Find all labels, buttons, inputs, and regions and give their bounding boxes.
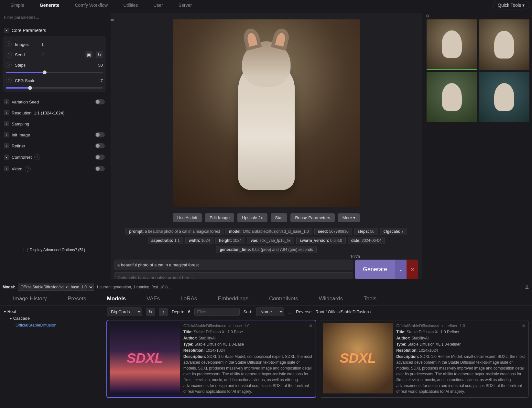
param-section-4[interactable]: ▸Refiner bbox=[3, 140, 106, 151]
meta-tag-seed[interactable]: seed: 567790830 bbox=[314, 228, 352, 235]
btab-tools[interactable]: Tools bbox=[353, 292, 387, 305]
upscale-button[interactable]: Upscale 2x bbox=[237, 213, 267, 222]
btab-embeddings[interactable]: Embeddings bbox=[207, 292, 259, 305]
preview-panel: ⇐ Use As Init Edit Image Upscale 2x Star… bbox=[111, 13, 422, 279]
parameters-sidebar: ▾ Core Parameters ? Images 1 ? Seed -1 ▣… bbox=[0, 10, 109, 282]
section-toggle[interactable] bbox=[95, 166, 105, 171]
nav-tab-comfy[interactable]: Comfy Workflow bbox=[67, 1, 116, 10]
section-toggle[interactable] bbox=[95, 99, 105, 104]
tree-root[interactable]: ▾ Root bbox=[4, 308, 100, 315]
more-button[interactable]: More ▾ bbox=[338, 213, 360, 222]
help-icon[interactable]: ? bbox=[25, 166, 31, 172]
cfg-value[interactable]: 7 bbox=[101, 78, 103, 83]
quick-tools-dropdown[interactable]: Quick Tools ▾ bbox=[493, 1, 529, 9]
nav-tab-server[interactable]: Server bbox=[171, 1, 200, 10]
images-value[interactable]: 1 bbox=[41, 42, 44, 47]
nav-tab-utilities[interactable]: Utilities bbox=[115, 1, 146, 10]
view-select[interactable]: Big Cards bbox=[107, 307, 142, 316]
btab-vaes[interactable]: VAEs bbox=[136, 292, 170, 305]
edit-image-button[interactable]: Edit Image bbox=[205, 213, 234, 222]
meta-tag-aspectratio[interactable]: aspectratio: 1:1 bbox=[148, 237, 183, 244]
param-section-2[interactable]: ▸Sampling bbox=[3, 118, 106, 129]
advanced-options-toggle[interactable]: Display Advanced Options? (51) bbox=[3, 246, 106, 254]
thumbnail-1[interactable] bbox=[479, 19, 529, 70]
section-toggle[interactable] bbox=[95, 155, 105, 160]
seed-value[interactable]: -1 bbox=[41, 52, 45, 57]
model-select[interactable]: OfficialStableDiffusion/sd_xl_base_1.0 bbox=[18, 284, 94, 291]
help-icon[interactable]: ? bbox=[6, 41, 12, 47]
param-section-1[interactable]: ▸Resolution: 1:1 (1024x1024) bbox=[3, 107, 106, 118]
param-section-6[interactable]: ▸Video? bbox=[3, 163, 106, 175]
generate-dropdown[interactable]: ⌄ bbox=[395, 260, 407, 279]
param-steps: ? Steps 50 bbox=[6, 60, 103, 73]
cancel-button[interactable]: ✕ bbox=[407, 260, 418, 279]
thumbnail-3[interactable] bbox=[479, 72, 529, 122]
use-as-init-button[interactable]: Use As Init bbox=[173, 213, 202, 222]
models-filter-input[interactable] bbox=[194, 308, 240, 316]
prompt-input[interactable]: a beautiful photo of a cat in a magical … bbox=[114, 260, 353, 270]
depth-value[interactable]: 6 bbox=[188, 309, 190, 314]
tree-official-sd[interactable]: OfficialStableDiffusion bbox=[4, 322, 100, 328]
refresh-button[interactable]: ↻ bbox=[146, 308, 155, 316]
param-section-0[interactable]: ▸Variation Seed bbox=[3, 96, 106, 107]
close-icon: ✕ bbox=[411, 267, 414, 272]
btab-controlnets[interactable]: ControlNets bbox=[259, 292, 309, 305]
btab-loras[interactable]: LoRAs bbox=[170, 292, 207, 305]
negative-prompt-input[interactable] bbox=[114, 272, 353, 279]
reverse-checkbox[interactable] bbox=[288, 310, 292, 314]
meta-tag-cfgscale[interactable]: cfgscale: 7 bbox=[380, 228, 407, 235]
steps-slider[interactable] bbox=[6, 72, 103, 73]
meta-tag-model[interactable]: model: OfficialStableDiffusion/sd_xl_bas… bbox=[225, 228, 312, 235]
card-menu-icon[interactable]: ≡ bbox=[522, 323, 525, 329]
cfg-slider[interactable] bbox=[6, 87, 103, 89]
help-icon[interactable]: ? bbox=[6, 52, 12, 58]
core-parameters-header[interactable]: ▾ Core Parameters bbox=[3, 26, 106, 35]
tree-cascade[interactable]: ▸ Cascade bbox=[4, 315, 100, 322]
sort-select[interactable]: Name bbox=[256, 307, 284, 316]
preview-image[interactable] bbox=[173, 19, 360, 207]
gear-icon[interactable]: ⚙ bbox=[426, 14, 430, 18]
seed-reuse-button[interactable]: ▣ bbox=[85, 51, 92, 58]
help-icon[interactable]: ? bbox=[6, 62, 12, 68]
seed-randomize-button[interactable]: ↻ bbox=[96, 51, 103, 58]
status-text: 1 current generation, 1 running, (est. 1… bbox=[96, 285, 171, 289]
meta-tag-swarm_version[interactable]: swarm_version: 0.6.4.0 bbox=[296, 237, 346, 244]
meta-tag-date[interactable]: date: 2024-06-04 bbox=[348, 237, 385, 244]
meta-tag-vae[interactable]: vae: sdxl_vae_fp16_fix bbox=[247, 237, 294, 244]
btab-image-history[interactable]: Image History bbox=[3, 292, 57, 305]
thumbnail-0[interactable] bbox=[427, 19, 477, 70]
card-menu-icon[interactable]: ≡ bbox=[309, 323, 312, 329]
btab-models[interactable]: Models bbox=[97, 292, 136, 305]
help-icon[interactable]: ? bbox=[6, 78, 12, 83]
meta-tag-steps[interactable]: steps: 50 bbox=[354, 228, 378, 235]
meta-tag-width[interactable]: width: 1024 bbox=[185, 237, 213, 244]
steps-value[interactable]: 50 bbox=[98, 63, 103, 68]
meta-tag-prompt[interactable]: prompt: a beautiful photo of a cat in a … bbox=[125, 228, 223, 235]
filter-parameters-input[interactable] bbox=[3, 13, 106, 22]
generate-button[interactable]: Generate bbox=[355, 260, 395, 279]
nav-tab-user[interactable]: User bbox=[146, 1, 171, 10]
btab-presets[interactable]: Presets bbox=[57, 292, 97, 305]
param-section-3[interactable]: ▸Init Image bbox=[3, 129, 106, 140]
nav-tab-simple[interactable]: Simple bbox=[3, 1, 32, 10]
meta-tag-generation_time[interactable]: generation_time: 0.02 (prep) and 7.84 (g… bbox=[216, 246, 316, 253]
section-toggle[interactable] bbox=[95, 132, 105, 137]
btab-wildcards[interactable]: Wildcards bbox=[309, 292, 353, 305]
model-card-0[interactable]: SDXL OfficialStableDiffusion/sd_xl_base_… bbox=[107, 320, 316, 398]
thumbnail-2[interactable] bbox=[427, 72, 477, 122]
collapse-bottom-icon[interactable]: ⇊ bbox=[525, 284, 529, 291]
depth-label: Depth: bbox=[172, 309, 184, 314]
section-toggle[interactable] bbox=[95, 143, 105, 148]
model-card-1[interactable]: SDXL OfficialStableDiffusion/sd_xl_refin… bbox=[320, 320, 529, 398]
breadcrumb[interactable]: Root / OfficialStableDiffusion / bbox=[315, 309, 371, 314]
reuse-parameters-button[interactable]: Reuse Parameters bbox=[290, 213, 334, 222]
collapse-sidebar-icon[interactable]: ⇐ bbox=[111, 17, 114, 23]
help-icon[interactable]: ? bbox=[34, 154, 40, 160]
meta-tag-height[interactable]: height: 1024 bbox=[215, 237, 245, 244]
star-button[interactable]: Star bbox=[271, 213, 288, 222]
nav-tab-generate[interactable]: Generate bbox=[32, 1, 67, 10]
param-section-5[interactable]: ▸ControlNet? bbox=[3, 151, 106, 163]
model-card-thumb: SDXL bbox=[110, 323, 180, 393]
bottom-tabs: Image History Presets Models VAEs LoRAs … bbox=[0, 292, 532, 306]
up-button[interactable]: ↑ bbox=[159, 308, 168, 316]
